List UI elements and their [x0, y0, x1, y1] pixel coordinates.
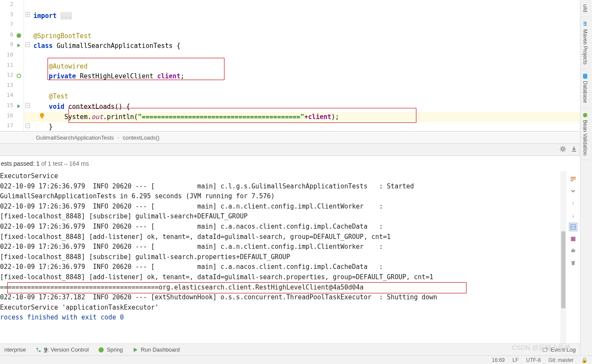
line-number: 10	[0, 51, 24, 62]
vcs-icon	[36, 347, 42, 353]
toggle-layout-icon[interactable]	[569, 223, 577, 231]
status-bar: 16:69 LF UTF-8 Git: master 🔒	[0, 355, 592, 364]
svg-point-1	[17, 74, 21, 78]
line-separator[interactable]: LF	[512, 357, 518, 363]
annotation-highlight-box	[48, 58, 224, 80]
maven-icon: m	[582, 21, 588, 27]
bottom-tab-vcs[interactable]: 99: Version Control	[36, 346, 89, 353]
run-toolbar	[0, 144, 580, 156]
console-side-actions: ↑ ↓	[568, 175, 578, 267]
svg-point-17	[546, 347, 547, 349]
bottom-tab-run-dashboard[interactable]: Run Dashboard	[132, 346, 180, 353]
export-icon[interactable]	[571, 146, 577, 152]
open-in-editor-icon[interactable]	[569, 235, 577, 243]
right-tab-database[interactable]: Database	[580, 69, 590, 107]
database-icon	[582, 73, 588, 79]
bottom-tab-spring[interactable]: Spring	[98, 346, 123, 353]
print-icon[interactable]	[569, 247, 577, 255]
line-number: 12	[0, 72, 24, 82]
svg-rect-7	[571, 237, 576, 242]
fold-column: + − − −	[24, 0, 32, 131]
right-tab-maven[interactable]: mMaven Projects	[580, 17, 590, 69]
scrollbar[interactable]	[560, 171, 566, 343]
run-test-icon[interactable]	[16, 103, 22, 109]
play-icon	[132, 347, 138, 353]
bean-icon	[16, 73, 22, 79]
fold-expand-icon[interactable]: +	[25, 12, 30, 17]
fold-collapse-icon[interactable]: −	[25, 103, 30, 108]
breadcrumb-class[interactable]: GulimallSearchApplicationTests	[36, 134, 114, 141]
spring-icon	[98, 347, 104, 353]
svg-point-15	[99, 347, 104, 352]
line-number: 7	[0, 21, 24, 31]
bean-validation-icon	[582, 112, 588, 118]
scroll-to-end-icon[interactable]	[569, 187, 577, 195]
line-number: 16	[0, 112, 24, 122]
down-arrow-icon[interactable]: ↓	[569, 211, 577, 219]
svg-point-4	[562, 148, 564, 150]
event-log-icon	[542, 347, 548, 353]
bottom-tab-terminal[interactable]: nterprise	[4, 346, 26, 353]
fold-collapse-icon[interactable]: −	[25, 42, 30, 47]
breadcrumb-bar: GulimallSearchApplicationTests › context…	[0, 131, 580, 144]
svg-point-0	[17, 33, 21, 38]
bottom-tab-event-log[interactable]: Event Log	[542, 346, 576, 353]
file-encoding[interactable]: UTF-8	[526, 357, 541, 363]
cursor-position[interactable]: 16:69	[492, 357, 505, 363]
right-tab-build[interactable]: uild	[580, 0, 590, 17]
line-number: 11	[0, 62, 24, 72]
bottom-tool-bar: nterprise 99: Version Control Spring Run…	[0, 343, 580, 355]
line-number: 15	[0, 102, 24, 112]
git-branch[interactable]: Git: master	[548, 357, 574, 363]
run-test-icon[interactable]	[16, 42, 22, 48]
line-number: 3	[0, 11, 24, 21]
code-editor[interactable]: 2 3 7 8 9 10 11 12 13 14 15 16 17 + − − …	[0, 0, 580, 131]
line-number: 9	[0, 41, 24, 51]
line-number: 14	[0, 92, 24, 102]
right-tab-bean-validation[interactable]: Bean Validation	[580, 108, 590, 160]
console-output: ExecutorService022-10-09 17:26:36.979 IN…	[0, 171, 566, 323]
fold-collapse-icon[interactable]: −	[25, 123, 30, 128]
svg-point-13	[36, 348, 38, 349]
line-number: 2	[0, 1, 24, 11]
annotation-highlight-box	[7, 282, 466, 293]
line-number: 13	[0, 82, 24, 92]
console-panel[interactable]: ExecutorService022-10-09 17:26:36.979 IN…	[0, 171, 566, 343]
gutter: 2 3 7 8 9 10 11 12 13 14 15 16 17	[0, 0, 24, 131]
spring-icon	[16, 33, 22, 39]
line-number: 8	[0, 31, 24, 42]
svg-point-12	[583, 113, 587, 117]
breadcrumb-separator-icon: ›	[117, 134, 119, 141]
svg-rect-9	[572, 249, 574, 250]
svg-rect-10	[571, 261, 575, 262]
lock-icon[interactable]: 🔒	[581, 357, 588, 363]
up-arrow-icon[interactable]: ↑	[569, 199, 577, 207]
svg-point-14	[39, 350, 41, 352]
annotation-highlight-box	[69, 108, 416, 123]
scrollbar-thumb[interactable]	[561, 231, 565, 308]
gear-icon[interactable]	[559, 146, 566, 152]
code-area[interactable]: + − − − import ... @SpringBootTest class…	[24, 0, 580, 131]
right-tool-column: uild mMaven Projects Database Bean Valid…	[580, 0, 592, 364]
svg-rect-8	[571, 250, 575, 252]
soft-wrap-icon[interactable]	[569, 175, 577, 183]
trash-icon[interactable]	[569, 259, 577, 267]
breadcrumb-method[interactable]: contextLoads()	[123, 134, 159, 141]
test-summary: ests passed: 1 of 1 test – 164 ms	[0, 160, 562, 172]
